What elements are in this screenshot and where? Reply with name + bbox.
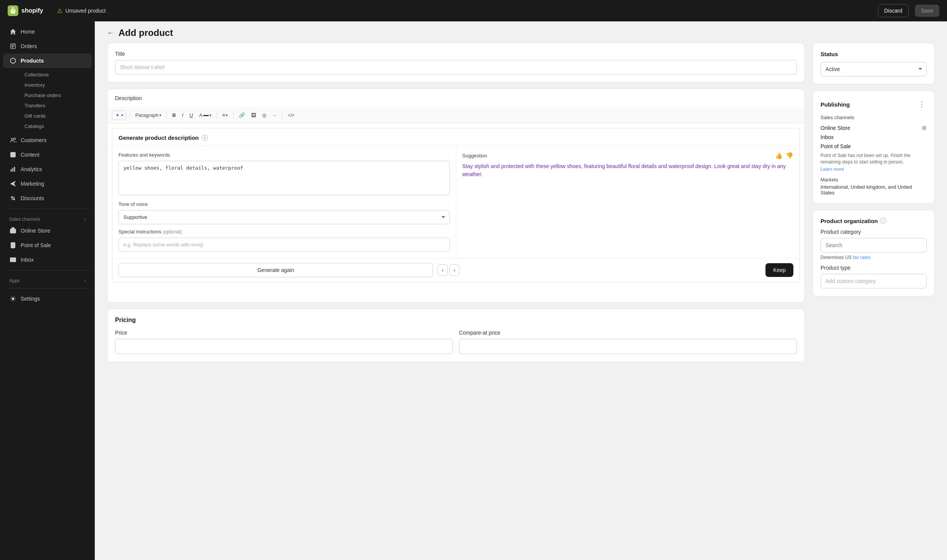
sidebar-item-discounts[interactable]: Discounts — [3, 191, 92, 206]
sidebar-item-inventory[interactable]: Inventory — [20, 80, 92, 90]
sidebar-item-customers[interactable]: Customers — [3, 133, 92, 147]
sidebar-item-analytics[interactable]: Analytics — [3, 162, 92, 176]
emoji-button[interactable]: ◎ — [260, 111, 269, 120]
title-input[interactable] — [115, 60, 797, 74]
apps-section: Apps › — [0, 274, 95, 285]
pricing-title: Pricing — [115, 317, 797, 324]
sidebar-item-gift-cards[interactable]: Gift cards — [20, 111, 92, 121]
sidebar-item-products[interactable]: Products — [3, 53, 92, 68]
compare-at-field: Compare-at price — [459, 330, 797, 354]
sidebar-item-collections[interactable]: Collections — [20, 70, 92, 80]
underline-button[interactable]: U — [187, 111, 195, 120]
more-button[interactable]: ··· — [270, 111, 279, 120]
product-category-search-input[interactable] — [821, 238, 927, 252]
sidebar-item-settings[interactable]: Settings — [3, 291, 92, 306]
sidebar-item-transfers[interactable]: Transfers — [20, 100, 92, 111]
sidebar-item-pos[interactable]: Point of Sale — [3, 238, 92, 252]
publishing-title: Publishing — [821, 101, 850, 108]
sidebar-pos-label: Point of Sale — [21, 242, 51, 248]
keep-button[interactable]: Keep — [765, 263, 793, 277]
save-button[interactable]: Save — [915, 5, 939, 17]
main-layout: Home Orders Products Collections Invento… — [0, 21, 947, 560]
product-category-section: Product category Determines US tax rates — [821, 229, 927, 260]
publishing-header: Publishing ⋮ — [821, 99, 927, 110]
feedback-buttons: 👍 👎 — [775, 152, 793, 159]
emoji-icon: ◎ — [262, 112, 266, 118]
next-suggestion-button[interactable]: › — [449, 264, 460, 276]
align-chevron: ▾ — [226, 113, 228, 117]
sidebar-item-catalogs[interactable]: Catalogs — [20, 121, 92, 131]
back-button[interactable]: ← — [107, 29, 114, 37]
sidebar-item-orders[interactable]: Orders — [3, 39, 92, 53]
online-store-icon — [9, 227, 17, 235]
paragraph-button[interactable]: Paragraph ▾ — [133, 111, 164, 120]
features-label: Features and keywords — [118, 152, 450, 158]
sales-channels-expand-icon[interactable]: › — [84, 217, 86, 222]
page-header: ← Add product — [95, 21, 947, 43]
sidebar-customers-label: Customers — [21, 137, 47, 143]
sidebar-item-purchase-orders[interactable]: Purchase orders — [20, 90, 92, 100]
apps-expand-icon[interactable]: › — [84, 278, 86, 283]
font-color-button[interactable]: A ▾ — [197, 111, 214, 120]
align-button[interactable]: ≡ ▾ — [220, 111, 230, 120]
pricing-card: Pricing Price Compare-at price — [107, 309, 805, 362]
ai-panel-right: Suggestion 👍 👎 Stay stylish and protecte… — [456, 146, 800, 258]
italic-button[interactable]: I — [180, 111, 186, 120]
font-color-chevron: ▾ — [209, 113, 211, 117]
title-card: Title — [107, 43, 805, 83]
description-card: Description ✦ ▾ Paragraph ▾ — [107, 89, 805, 303]
compare-at-input[interactable] — [459, 339, 797, 354]
online-store-channel-settings-button[interactable]: ⚙ — [922, 125, 927, 131]
description-label-row: Description — [107, 89, 804, 107]
generate-again-button[interactable]: Generate again — [118, 263, 433, 277]
prev-suggestion-button[interactable]: ‹ — [438, 264, 448, 276]
svg-point-1 — [11, 138, 13, 140]
status-select[interactable]: Active Draft — [821, 62, 927, 76]
code-button[interactable]: </> — [285, 111, 297, 120]
thumbs-down-button[interactable]: 👎 — [786, 152, 793, 159]
tax-rates-link[interactable]: tax rates — [853, 255, 871, 260]
logo: shopify — [8, 5, 43, 16]
status-card-body: Status Active Draft — [813, 43, 934, 84]
product-type-input[interactable] — [821, 274, 927, 288]
product-org-title: Product organization — [821, 218, 878, 224]
sidebar-item-home[interactable]: Home — [3, 24, 92, 39]
sidebar-analytics-label: Analytics — [21, 166, 42, 172]
learn-more-link[interactable]: Learn more — [821, 167, 844, 172]
orders-icon — [9, 42, 17, 50]
ai-panel-info-icon: i — [202, 135, 208, 141]
sidebar-item-online-store[interactable]: Online Store — [3, 223, 92, 238]
sales-channels-label: Sales channels — [821, 115, 927, 120]
features-textarea[interactable]: yellow shoes, floral details, waterproof — [118, 161, 450, 195]
price-input[interactable] — [115, 339, 453, 354]
paragraph-chevron: ▾ — [159, 113, 161, 117]
compare-at-label: Compare-at price — [459, 330, 797, 336]
description-editor-area[interactable] — [107, 287, 804, 302]
sidebar-item-marketing[interactable]: Marketing — [3, 176, 92, 191]
align-icon: ≡ — [222, 112, 225, 118]
product-category-label: Product category — [821, 229, 927, 235]
ai-panel-body: Features and keywords yellow shoes, flor… — [112, 146, 799, 258]
svg-point-12 — [12, 298, 14, 299]
bag-icon — [10, 7, 16, 14]
publishing-more-button[interactable]: ⋮ — [917, 99, 927, 110]
bold-button[interactable]: B — [170, 111, 178, 120]
ai-toolbar-button[interactable]: ✦ ▾ — [112, 110, 126, 120]
thumbs-up-button[interactable]: 👍 — [775, 152, 783, 159]
sidebar-item-inbox[interactable]: Inbox — [3, 252, 92, 267]
content-area: Title Description ✦ ▾ — [95, 43, 947, 560]
code-icon: </> — [288, 113, 294, 118]
sidebar-item-content[interactable]: Content — [3, 147, 92, 162]
special-instructions-input[interactable] — [118, 238, 450, 252]
toolbar-sep-2 — [167, 112, 167, 119]
ai-chevron-icon: ▾ — [121, 113, 123, 117]
tone-label: Tone of voice — [118, 201, 450, 207]
image-button[interactable]: 🖼 — [249, 111, 258, 120]
more-icon: ··· — [272, 112, 277, 118]
tone-select[interactable]: Supportive Formal Playful Confident Empa… — [118, 210, 450, 224]
discard-button[interactable]: Discard — [878, 4, 909, 17]
paragraph-label: Paragraph — [135, 112, 159, 118]
markets-label: Markets — [821, 177, 927, 183]
link-button[interactable]: 🔗 — [237, 111, 247, 120]
sidebar-marketing-label: Marketing — [21, 181, 44, 187]
